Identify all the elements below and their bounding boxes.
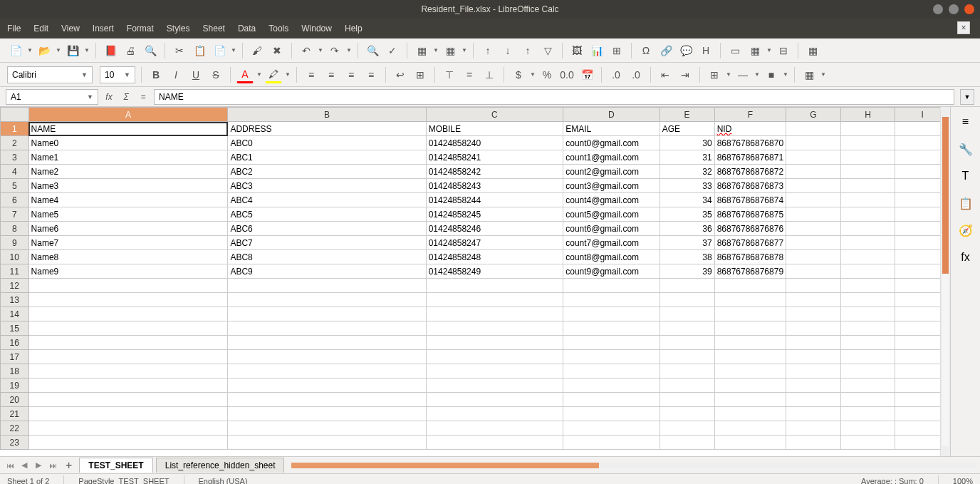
cell-C17[interactable] [426,350,563,364]
cell-C16[interactable] [426,336,563,350]
cell-C13[interactable] [426,293,563,307]
grid[interactable]: ABCDEFGHI1NAMEADDRESSMOBILEEMAILAGENID2N… [0,107,950,456]
cell-C7[interactable]: 01424858245 [426,207,563,222]
tab-prev-icon[interactable]: ◀ [19,460,30,471]
cell-H5[interactable] [840,179,895,193]
column-header-C[interactable]: C [426,108,563,122]
cell-E4[interactable]: 32 [660,165,714,179]
column-header-H[interactable]: H [840,108,895,122]
cell-G22[interactable] [786,421,841,436]
cell-A16[interactable] [28,336,228,350]
hyperlink-icon[interactable]: 🔗 [657,42,674,59]
row-header-3[interactable]: 3 [1,150,29,165]
row-header-22[interactable]: 22 [1,421,29,436]
cell-G1[interactable] [786,122,841,136]
comment-icon[interactable]: 💬 [677,42,694,59]
cell-G15[interactable] [786,321,841,336]
row-header-10[interactable]: 10 [1,250,29,264]
cell-H16[interactable] [840,336,895,350]
cell-E17[interactable] [660,350,714,364]
cell-E21[interactable] [660,407,714,421]
print-icon[interactable]: 🖨 [122,42,139,59]
cell-B13[interactable] [228,293,426,307]
align-left-icon[interactable]: ≡ [303,66,320,83]
cell-H3[interactable] [840,150,895,165]
cell-B2[interactable]: ABC0 [228,136,426,150]
borders-dropdown[interactable]: ▼ [726,71,731,78]
freeze-icon[interactable]: ▦ [746,42,763,59]
cell-F20[interactable] [714,393,786,407]
cell-C1[interactable]: MOBILE [426,122,563,136]
cell-E20[interactable] [660,393,714,407]
cell-F3[interactable]: 86876786876871 [714,150,786,165]
row-header-2[interactable]: 2 [1,136,29,150]
cell-E8[interactable]: 36 [660,222,714,236]
paste-dropdown[interactable]: ▼ [231,47,236,53]
status-zoom[interactable]: 100% [953,477,973,484]
conditional-format-icon[interactable]: ▦ [801,66,818,83]
cell-A15[interactable] [28,321,228,336]
cell-G3[interactable] [786,150,841,165]
select-all-corner[interactable] [1,108,29,122]
tab-last-icon[interactable]: ⏭ [47,460,58,471]
row-header-11[interactable]: 11 [1,264,29,279]
cell-B23[interactable] [228,436,426,450]
increase-indent-icon[interactable]: ⇥ [677,66,694,83]
autofilter-icon[interactable]: ▽ [539,42,556,59]
cell-D12[interactable] [563,279,660,293]
cell-B8[interactable]: ABC6 [228,222,426,236]
cell-B19[interactable] [228,379,426,393]
cell-F18[interactable] [714,364,786,379]
cell-F11[interactable]: 86876786876879 [714,264,786,279]
cell-A11[interactable]: Name9 [28,264,228,279]
menu-format[interactable]: Format [127,24,154,34]
cell-H18[interactable] [840,364,895,379]
redo-dropdown[interactable]: ▼ [346,47,352,53]
cell-G10[interactable] [786,250,841,264]
save-icon[interactable]: 💾 [64,42,81,59]
cell-F9[interactable]: 86876786876877 [714,236,786,250]
cell-C18[interactable] [426,364,563,379]
status-page-style[interactable]: PageStyle_TEST_SHEET [78,477,169,484]
cell-F14[interactable] [714,307,786,321]
row-header-23[interactable]: 23 [1,436,29,450]
menu-window[interactable]: Window [301,24,332,34]
cell-D10[interactable]: count8@gmail.com [563,250,660,264]
cell-G12[interactable] [786,279,841,293]
conditional-dropdown[interactable]: ▼ [820,71,826,78]
cell-E14[interactable] [660,307,714,321]
cell-A17[interactable] [28,350,228,364]
cell-F12[interactable] [714,279,786,293]
open-dropdown[interactable]: ▼ [56,47,61,53]
clone-formatting-icon[interactable]: 🖌 [249,42,266,59]
sum-icon[interactable]: Σ [120,92,132,102]
cell-F16[interactable] [714,336,786,350]
image-icon[interactable]: 🖼 [568,42,585,59]
cell-B11[interactable]: ABC9 [228,264,426,279]
date-format-icon[interactable]: 📅 [578,66,595,83]
cell-A1[interactable]: NAME [28,122,228,136]
cell-G21[interactable] [786,407,841,421]
cell-C15[interactable] [426,321,563,336]
cell-B20[interactable] [228,393,426,407]
cell-B17[interactable] [228,350,426,364]
cell-E1[interactable]: AGE [660,122,714,136]
column-header-F[interactable]: F [714,108,786,122]
row-header-13[interactable]: 13 [1,293,29,307]
maximize-button[interactable] [949,4,959,14]
menu-help[interactable]: Help [345,24,363,34]
cell-D20[interactable] [563,393,660,407]
align-center-icon[interactable]: ≡ [323,66,340,83]
redo-icon[interactable]: ↷ [326,42,343,59]
save-dropdown[interactable]: ▼ [84,47,90,53]
cell-B9[interactable]: ABC7 [228,236,426,250]
cell-A4[interactable]: Name2 [28,165,228,179]
italic-icon[interactable]: I [167,66,184,83]
valign-mid-icon[interactable]: = [461,66,478,83]
cell-F5[interactable]: 86876786876873 [714,179,786,193]
cell-A19[interactable] [28,379,228,393]
cell-H1[interactable] [840,122,895,136]
cell-A18[interactable] [28,364,228,379]
cell-B16[interactable] [228,336,426,350]
print-preview-icon[interactable]: 🔍 [142,42,159,59]
